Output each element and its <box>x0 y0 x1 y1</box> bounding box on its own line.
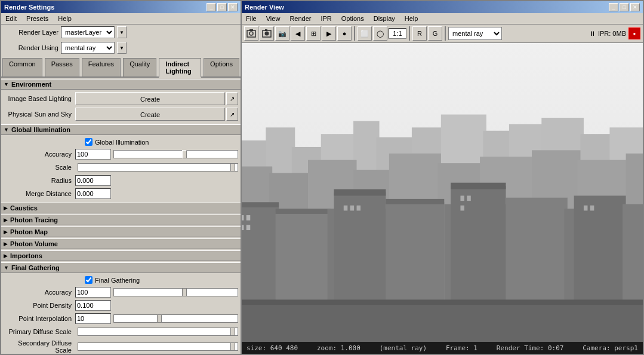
gi-merge-distance-label: Merge Distance <box>4 190 75 197</box>
snapshot-button[interactable] <box>260 26 274 41</box>
ipr-status-text: IPR: 0MB <box>598 30 626 37</box>
menu-edit[interactable]: Edit <box>4 14 19 23</box>
channel-r-button[interactable]: R <box>412 26 427 41</box>
gi-radius-label: Radius <box>4 177 75 184</box>
fg-accuracy-slider[interactable] <box>113 288 238 296</box>
tab-quality[interactable]: Quality <box>123 58 156 76</box>
fg-point-interp-label: Point Interpolation <box>4 315 75 322</box>
rv-close-button[interactable]: ✕ <box>630 3 640 11</box>
fg-point-density-input[interactable] <box>75 300 111 311</box>
caustics-title: Caustics <box>10 204 38 212</box>
tab-options[interactable]: Options <box>204 58 239 76</box>
menu-presets[interactable]: Presets <box>24 14 50 23</box>
svg-rect-59 <box>460 206 464 211</box>
keep-image-button[interactable]: 📷 <box>275 26 289 41</box>
checkerboard-button[interactable]: ⬜ <box>358 26 372 41</box>
image-based-lighting-create-btn[interactable]: Create <box>75 92 225 105</box>
environment-title: Environment <box>11 81 51 88</box>
grid-button[interactable]: ⊞ <box>306 26 321 41</box>
tab-features[interactable]: Features <box>82 58 121 76</box>
fg-checkbox-row: Final Gathering <box>1 274 241 286</box>
rv-maximize-button[interactable]: □ <box>620 3 629 11</box>
tab-common[interactable]: Common <box>2 58 42 76</box>
render-using-row: Render Using mental ray ▼ <box>1 40 241 56</box>
photon-volume-section-header[interactable]: ▶ Photon Volume <box>1 238 241 249</box>
gi-accuracy-row: Accuracy <box>1 148 241 161</box>
rv-menu-view[interactable]: View <box>264 14 282 23</box>
gi-checkbox[interactable] <box>85 138 93 146</box>
tab-indirect-lighting[interactable]: Indirect Lighting <box>159 58 201 78</box>
photon-map-section-header[interactable]: ▶ Photon Map <box>1 227 241 237</box>
render-layer-select[interactable]: masterLayer <box>61 26 115 38</box>
minimize-button[interactable]: _ <box>207 3 216 11</box>
render-settings-panel: Render Settings _ □ ✕ Edit Presets Help … <box>0 0 242 355</box>
svg-rect-57 <box>460 195 464 201</box>
render-layer-dropdown-arrow[interactable]: ▼ <box>117 26 127 38</box>
fg-primary-diffuse-label: Primary Diffuse Scale <box>4 328 75 335</box>
gi-radius-input[interactable] <box>75 175 111 186</box>
fg-checkbox-label: Final Gathering <box>95 277 140 284</box>
ipr-status: ⏸ IPR: 0MB ● <box>589 27 640 39</box>
importons-section-header[interactable]: ▶ Importons <box>1 250 241 261</box>
svg-rect-60 <box>584 206 588 211</box>
render-settings-titlebar: Render Settings _ □ ✕ <box>1 1 241 13</box>
gi-merge-distance-input[interactable] <box>75 188 111 199</box>
rv-menu-ipr[interactable]: IPR <box>319 14 333 23</box>
physical-sun-sky-icon-btn[interactable]: ↗ <box>226 108 238 121</box>
caustics-section-header[interactable]: ▶ Caustics <box>1 203 241 213</box>
gi-accuracy-thumb <box>182 150 187 158</box>
ipr-stop-button[interactable]: ● <box>628 27 640 39</box>
rv-menu-display[interactable]: Display <box>372 14 397 23</box>
svg-rect-52 <box>242 225 244 230</box>
record-button[interactable]: ● <box>337 26 352 41</box>
renderer-select[interactable]: mental ray <box>448 27 502 40</box>
environment-arrow: ▼ <box>4 81 9 87</box>
environment-section-header[interactable]: ▼ Environment <box>1 79 241 90</box>
channel-g-button[interactable]: G <box>428 26 442 41</box>
physical-sun-sky-row: Physical Sun and Sky Create ↗ <box>1 106 241 122</box>
render-using-select[interactable]: mental ray <box>61 42 115 54</box>
circle-button[interactable]: ◯ <box>373 26 387 41</box>
fg-primary-diffuse-thumb <box>230 328 235 336</box>
render-using-dropdown-arrow[interactable]: ▼ <box>117 42 127 54</box>
playblast-button[interactable]: ▶ <box>322 26 336 41</box>
render-icon <box>246 29 256 38</box>
svg-rect-50 <box>242 215 244 221</box>
importons-title: Importons <box>10 252 42 259</box>
close-button[interactable]: ✕ <box>228 3 238 11</box>
fg-accuracy-label: Accuracy <box>4 289 75 296</box>
rv-minimize-button[interactable]: _ <box>609 3 618 11</box>
snapshot-icon <box>262 29 272 38</box>
gi-scale-slider[interactable] <box>78 163 238 172</box>
gi-section-body: Global Illumination Accuracy Scale Radiu… <box>1 135 241 201</box>
photon-volume-arrow: ▶ <box>4 241 8 247</box>
rv-menu-render[interactable]: Render <box>288 14 313 23</box>
render-settings-menubar: Edit Presets Help <box>1 13 241 25</box>
fg-primary-diffuse-slider[interactable] <box>78 328 238 336</box>
photon-tracing-section-header[interactable]: ▶ Photon Tracing <box>1 215 241 225</box>
render-button[interactable] <box>244 26 258 41</box>
fg-point-interp-slider[interactable] <box>113 314 238 323</box>
gi-accuracy-label: Accuracy <box>4 151 75 158</box>
rv-menu-file[interactable]: File <box>244 14 258 23</box>
maximize-button[interactable]: □ <box>217 3 227 11</box>
prev-image-button[interactable]: ◀ <box>291 26 305 41</box>
fg-primary-diffuse-row: Primary Diffuse Scale <box>1 325 241 338</box>
fg-section-header[interactable]: ▼ Final Gathering <box>1 262 241 273</box>
svg-rect-5 <box>265 29 267 31</box>
rv-menu-options[interactable]: Options <box>340 14 366 23</box>
tab-passes[interactable]: Passes <box>45 58 79 76</box>
render-settings-title: Render Settings <box>4 4 54 11</box>
gi-section-header[interactable]: ▼ Global Illumination <box>1 124 241 135</box>
rv-menu-help[interactable]: Help <box>403 14 420 23</box>
svg-rect-49 <box>242 299 643 305</box>
gi-accuracy-input[interactable] <box>75 149 111 160</box>
fg-point-interp-input[interactable] <box>75 313 111 324</box>
fg-accuracy-input[interactable] <box>75 287 111 298</box>
menu-help[interactable]: Help <box>56 14 73 23</box>
fg-secondary-diffuse-slider[interactable] <box>78 342 238 351</box>
image-based-lighting-icon-btn[interactable]: ↗ <box>226 92 238 105</box>
fg-checkbox[interactable] <box>85 276 93 284</box>
gi-accuracy-slider[interactable] <box>113 150 238 158</box>
physical-sun-sky-create-btn[interactable]: Create <box>75 108 225 121</box>
